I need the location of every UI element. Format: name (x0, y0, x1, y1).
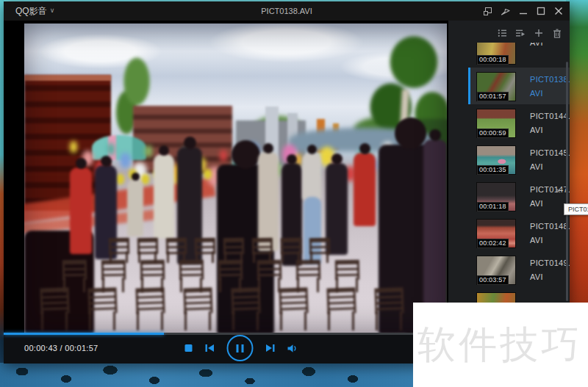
playlist-item[interactable]: 00:00:59 PICT0144. AVI (468, 104, 570, 141)
item-name-line2: AVI (530, 234, 570, 247)
pointer-share-icon (501, 7, 511, 16)
playlist-item[interactable]: 00:01:35 PICT0145. AVI (468, 141, 570, 178)
video-thumbnail: 00:01:35 (476, 145, 516, 175)
video-thumbnail: 00:03:57 (476, 256, 516, 285)
previous-icon (204, 344, 215, 352)
chevron-down-icon: ∨ (50, 7, 55, 14)
video-thumbnail: 00:00:59 (476, 109, 516, 138)
duration-badge: 00:00:59 (477, 129, 509, 138)
share-button[interactable] (500, 6, 511, 17)
video-thumbnail: 00:01:57 (476, 72, 516, 101)
duration-badge: 00:00:18 (477, 55, 509, 65)
delete-button[interactable] (552, 28, 562, 38)
delete-icon (553, 29, 562, 38)
time-display: 00:00:43 / 00:01:57 (24, 333, 98, 364)
stop-icon (184, 344, 193, 352)
playlist-toolbar (497, 28, 562, 38)
video-thumbnail: 00:02:42 (476, 219, 516, 248)
filename-tooltip: PICT0147.AVI (564, 203, 588, 215)
mini-mode-button[interactable] (482, 6, 493, 17)
duration-badge: 00:01:35 (477, 165, 509, 175)
watermark-text: 软件技巧 (417, 319, 582, 371)
item-name-line1: PICT0144. (530, 109, 570, 123)
item-name-line1: PICT0138. (530, 73, 570, 87)
add-icon (534, 29, 543, 37)
volume-button[interactable] (287, 344, 298, 353)
video-panel: 00:00:43 / 00:01:57 (4, 21, 448, 364)
playlist-item[interactable]: 00:02:42 PICT0148. AVI (468, 214, 570, 251)
duration-badge: 00:03:57 (477, 275, 509, 285)
duration-badge: 00:02:42 (477, 239, 509, 248)
watermark-box: 软件技巧 (413, 303, 588, 387)
video-thumbnail: 00:00:18 (476, 43, 516, 65)
stop-button[interactable] (184, 344, 193, 352)
pause-button[interactable] (226, 335, 253, 361)
maximize-icon (537, 7, 545, 15)
video-thumbnail: 00:01:18 (476, 182, 516, 211)
item-name-line2: AVI (530, 43, 543, 50)
play-order-icon (515, 29, 526, 37)
video-surface[interactable] (24, 23, 447, 333)
control-bar: 00:00:43 / 00:01:57 (4, 333, 448, 364)
maximize-button[interactable] (535, 6, 546, 17)
playlist-item[interactable]: 00:03:57 PICT0149. AVI (468, 251, 570, 288)
previous-button[interactable] (204, 344, 215, 352)
item-name-line1: PICT0148. (530, 220, 570, 234)
remove-item-icon[interactable]: × (556, 187, 561, 195)
pause-icon (236, 344, 243, 352)
video-scene (24, 23, 447, 333)
titlebar[interactable]: QQ影音 ∨ PICT0138.AVI (4, 1, 570, 21)
app-name: QQ影音 (15, 5, 47, 18)
list-view-icon (498, 29, 507, 37)
minimize-icon (519, 7, 528, 15)
playlist-scrollbar[interactable] (566, 62, 568, 301)
next-button[interactable] (265, 344, 275, 352)
playlist-item[interactable]: 00:00:18 AVI (468, 43, 570, 68)
selected-indicator (468, 68, 470, 104)
mini-mode-icon (483, 7, 492, 16)
item-name-line2: AVI (530, 87, 570, 101)
item-name-line1: PICT0145. (530, 146, 570, 160)
duration-badge: 00:01:57 (477, 92, 509, 101)
item-name-line2: AVI (530, 123, 570, 137)
close-button[interactable] (553, 6, 564, 17)
item-name-line1: PICT0149. (530, 256, 570, 270)
minimize-button[interactable] (517, 6, 528, 17)
item-name-line1: PICT0147. (530, 183, 570, 197)
duration-badge: 00:01:18 (477, 202, 509, 211)
list-view-button[interactable] (497, 28, 507, 38)
volume-icon (287, 344, 298, 353)
next-icon (265, 344, 275, 352)
item-name-line2: AVI (530, 270, 570, 284)
item-name-line2: AVI (530, 160, 570, 174)
add-button[interactable] (534, 28, 544, 38)
app-menu-button[interactable]: QQ影音 ∨ (15, 5, 54, 18)
playlist: 00:00:18 AVI 00:01:57 PICT0138. AVI (448, 43, 570, 325)
play-order-button[interactable] (515, 28, 526, 38)
playlist-item-hovered[interactable]: 00:01:18 PICT0147. AVI × (468, 178, 570, 214)
playlist-item-current[interactable]: 00:01:57 PICT0138. AVI (468, 68, 570, 104)
close-icon (554, 7, 563, 15)
